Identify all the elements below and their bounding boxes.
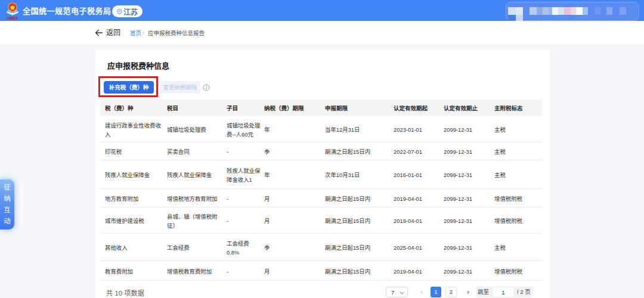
- svg-text:中国税务: 中国税务: [7, 16, 18, 20]
